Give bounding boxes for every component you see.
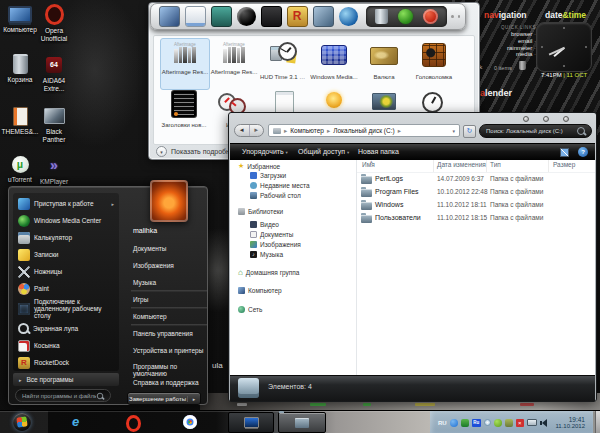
views-button[interactable] — [560, 148, 569, 157]
all-programs-button[interactable]: ▸ Все программы — [13, 373, 119, 386]
tray-display-icon[interactable] — [527, 419, 537, 426]
taskbar-app-explorer-active[interactable] — [278, 412, 326, 433]
back-button[interactable]: ◄ — [235, 125, 250, 136]
sidebar-item-recent-places[interactable]: Недавние места — [250, 182, 310, 189]
sidebar-item-libraries[interactable]: Библиотеки — [238, 208, 283, 215]
shutdown-button[interactable]: Завершение работы ▸ — [127, 392, 201, 405]
user-avatar[interactable] — [150, 180, 188, 222]
organize-button[interactable]: Упорядочить ▾ — [242, 148, 288, 155]
menu-item-help-support[interactable]: Справка и поддержка — [133, 379, 199, 386]
gadget-hud-time[interactable]: HUD Time 3.1 N... — [260, 38, 308, 80]
menu-item-magnifier[interactable]: Экранная лупа — [13, 320, 119, 337]
minimize-button[interactable] — [523, 116, 529, 122]
start-button[interactable] — [13, 413, 31, 431]
refresh-button[interactable]: ↻ — [463, 125, 476, 138]
gadget-afterimage-2[interactable]: Afterimage AfterImage Res... — [210, 38, 258, 75]
menu-item-default-programs[interactable]: Программы по умолчанию — [133, 363, 207, 377]
maximize-button[interactable] — [543, 116, 549, 122]
share-button[interactable]: Общий доступ ▾ — [298, 148, 349, 155]
dock-wallet-icon[interactable] — [211, 6, 232, 27]
menu-item-games[interactable]: Игры — [133, 296, 148, 303]
tray-blue-icon[interactable] — [450, 419, 458, 427]
tray-shield-icon[interactable] — [461, 419, 469, 427]
dock-computer-icon[interactable] — [159, 6, 180, 27]
sidebar-item-downloads[interactable]: Загрузки — [250, 172, 286, 179]
chrome-taskbar-icon[interactable] — [183, 415, 197, 429]
dock-documents-icon[interactable] — [185, 6, 206, 27]
menu-item-control-panel[interactable]: Панель управления — [133, 330, 193, 337]
sidebar-item-network[interactable]: Сеть — [238, 306, 262, 313]
sidebar-item-music[interactable]: ♪ Музыка — [250, 251, 283, 258]
column-header-type[interactable]: Тип — [490, 161, 501, 168]
dock-settings-icon[interactable] — [398, 9, 413, 24]
search-box[interactable]: Поиск: Локальный диск (C:) — [479, 124, 592, 138]
tray-action-center-icon[interactable]: × — [516, 419, 524, 427]
menu-item-windows-media-center[interactable]: Windows Media Center — [13, 212, 119, 229]
internet-explorer-icon[interactable]: e — [72, 414, 79, 429]
gadget-currency[interactable]: Валюта — [360, 38, 408, 80]
desktop-icon-black-panther[interactable]: Black Panther — [34, 108, 74, 143]
dock-tower-icon[interactable] — [261, 6, 282, 27]
gadget-windows-media[interactable]: Windows Media... — [310, 38, 358, 80]
help-button[interactable]: ? — [578, 147, 588, 157]
sidebar-item-pictures[interactable]: Изображения — [250, 241, 301, 248]
breadcrumb-computer[interactable]: Компьютер — [290, 127, 324, 134]
tray-clock[interactable]: 19:41 11.10.2012 — [555, 416, 585, 430]
menu-item-computer[interactable]: Компьютер — [133, 313, 167, 320]
menu-item-pictures[interactable]: Изображения — [133, 262, 174, 269]
new-folder-button[interactable]: Новая папка — [358, 148, 399, 155]
pane-divider[interactable] — [356, 160, 357, 375]
tray-green-icon[interactable] — [494, 419, 502, 427]
sidebar-item-homegroup[interactable]: ⌂ Домашняя группа — [238, 269, 300, 276]
sidebar-item-documents[interactable]: Документы — [250, 231, 294, 238]
dock-map-icon[interactable] — [313, 6, 334, 27]
taskbar-app-media[interactable] — [228, 412, 274, 433]
shutdown-options-arrow[interactable]: ▸ — [187, 396, 200, 402]
menu-item-music[interactable]: Музыка — [133, 279, 156, 286]
user-name[interactable]: malihka — [133, 227, 157, 234]
trash-widget-icon[interactable] — [519, 61, 526, 70]
forward-button[interactable]: ► — [250, 125, 264, 136]
desktop-icon-kmplayer[interactable]: » KMPlayer — [34, 158, 74, 186]
language-indicator[interactable]: RU — [438, 420, 447, 426]
opera-taskbar-icon[interactable] — [126, 415, 141, 432]
gadget-news-headlines[interactable]: Заголовки нов... — [160, 88, 208, 128]
file-row-name[interactable]: Program Files — [375, 188, 419, 195]
menu-item-calculator[interactable]: Калькулятор — [13, 229, 119, 246]
dock-recycle-bin-icon[interactable] — [375, 9, 388, 24]
menu-item-getting-started[interactable]: Приступая к работе ▸ — [13, 195, 119, 212]
menu-item-solitaire[interactable]: Косынка — [13, 337, 119, 354]
dock-network-icon[interactable] — [339, 7, 358, 26]
menu-item-paint[interactable]: Paint — [13, 280, 119, 297]
desktop-icon-aida64[interactable]: 64 AIDA64 Extre... — [34, 57, 74, 92]
breadcrumb-local-disk-c[interactable]: Локальный диск (C:) — [333, 127, 395, 134]
address-dropdown-icon[interactable]: ▾ — [452, 128, 455, 134]
menu-item-remote-desktop[interactable]: Подключение к удаленному рабочему столу — [13, 297, 119, 320]
close-button[interactable] — [563, 116, 569, 122]
gadget-puzzle[interactable]: Головоломка — [410, 38, 458, 80]
address-bar[interactable]: ▸ Компьютер ▸ Локальный диск (C:) ▸ ▾ — [268, 124, 460, 137]
tray-utility-icon[interactable] — [505, 419, 513, 427]
dock-rocketdock-icon[interactable]: R — [287, 6, 308, 27]
menu-item-rocketdock[interactable]: R RocketDock — [13, 354, 119, 371]
menu-item-documents[interactable]: Документы — [133, 245, 167, 252]
show-desktop-button[interactable] — [595, 411, 600, 433]
menu-item-devices-printers[interactable]: Устройства и принтеры — [133, 347, 203, 354]
dock-power-icon[interactable] — [423, 9, 438, 24]
gadget-afterimage-1[interactable]: Afterimage Afterimage Res... — [160, 38, 210, 90]
sidebar-item-desktop[interactable]: Рабочий стол — [250, 192, 301, 199]
sidebar-item-videos[interactable]: Видео — [250, 221, 279, 228]
menu-item-sticky-notes[interactable]: Записки — [13, 246, 119, 263]
menu-item-snipping-tool[interactable]: Ножницы — [13, 263, 119, 280]
tray-drop-icon[interactable] — [484, 419, 491, 426]
tray-ru-lang-icon[interactable]: Ru — [472, 419, 481, 427]
sidebar-item-favorites[interactable]: ★ Избранное — [238, 162, 280, 170]
dock-8ball-icon[interactable] — [237, 7, 256, 26]
tray-volume-icon[interactable] — [540, 419, 547, 427]
start-search-input[interactable]: Найти программы и файлы — [15, 389, 111, 402]
file-row-name[interactable]: PerfLogs — [375, 175, 403, 182]
file-row-name[interactable]: Windows — [375, 201, 403, 208]
column-header-size[interactable]: Размер — [553, 161, 575, 168]
sidebar-item-computer[interactable]: Компьютер — [238, 287, 282, 294]
file-row-name[interactable]: Пользователи — [375, 214, 421, 221]
